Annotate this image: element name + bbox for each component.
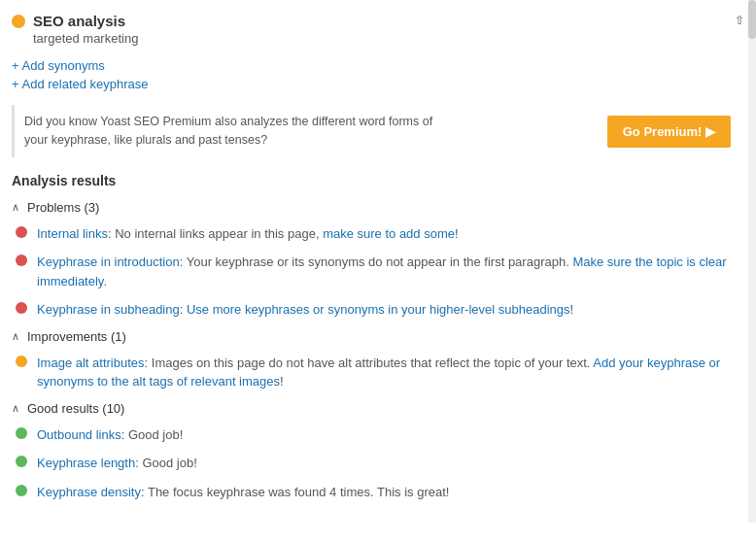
result-image-alt: Image alt attributes: Images on this pag… — [12, 354, 740, 391]
analysis-results-title: Analysis results — [12, 173, 740, 188]
scrollbar[interactable] — [748, 0, 756, 523]
panel-title: SEO analysis — [33, 12, 138, 31]
result-text-outbound-links: Outbound links: Good job! — [37, 425, 183, 445]
keyphrase-subheading-action[interactable]: Use more keyphrases or synonyms in your … — [187, 302, 570, 317]
red-dot-icon — [16, 302, 27, 314]
status-dot — [12, 15, 25, 28]
red-dot-icon — [16, 226, 27, 238]
result-text-internal-links: Internal links: No internal links appear… — [37, 224, 459, 244]
result-text-keyphrase-length: Keyphrase length: Good job! — [37, 454, 197, 473]
improvements-section-header[interactable]: ∧ Improvements (1) — [12, 329, 740, 344]
chevron-up-icon: ∧ — [12, 330, 19, 343]
internal-links-label[interactable]: Internal links — [37, 226, 108, 241]
problems-section: ∧ Problems (3) Internal links: No intern… — [12, 200, 740, 320]
good-results-section-title: Good results (10) — [27, 401, 124, 416]
keyphrase-subheading-label[interactable]: Keyphrase in subheading — [37, 302, 180, 317]
problems-section-title: Problems (3) — [27, 200, 99, 215]
collapse-button[interactable]: ⇧ — [735, 14, 744, 27]
internal-links-action[interactable]: make sure to add some — [323, 226, 455, 241]
add-synonyms-link[interactable]: + Add synonyms — [12, 58, 740, 73]
seo-analysis-panel: ⇧ SEO analysis targeted marketing + Add … — [0, 0, 756, 523]
result-outbound-links: Outbound links: Good job! — [12, 425, 740, 445]
red-dot-icon — [16, 254, 27, 266]
scrollbar-thumb[interactable] — [748, 0, 756, 39]
add-related-keyphrase-link[interactable]: + Add related keyphrase — [12, 77, 740, 91]
orange-dot-icon — [16, 356, 27, 367]
links-section: + Add synonyms + Add related keyphrase — [12, 58, 740, 91]
result-text-image-alt: Image alt attributes: Images on this pag… — [37, 354, 740, 391]
panel-header: SEO analysis targeted marketing — [12, 12, 740, 47]
premium-banner: Did you know Yoast SEO Premium also anal… — [12, 105, 740, 157]
go-premium-button[interactable]: Go Premium! ▶ — [607, 116, 731, 148]
result-keyphrase-subheading: Keyphrase in subheading: Use more keyphr… — [12, 300, 740, 320]
green-dot-icon — [16, 427, 27, 439]
green-dot-icon — [16, 456, 27, 467]
image-alt-label[interactable]: Image alt attributes — [37, 356, 145, 370]
improvements-section-title: Improvements (1) — [27, 329, 126, 344]
panel-subtitle: targeted marketing — [33, 31, 138, 48]
chevron-up-icon: ∧ — [12, 402, 19, 415]
keyphrase-length-label[interactable]: Keyphrase length — [37, 456, 135, 470]
problems-section-header[interactable]: ∧ Problems (3) — [12, 200, 740, 215]
improvements-section: ∧ Improvements (1) Image alt attributes:… — [12, 329, 740, 391]
result-keyphrase-intro: Keyphrase in introduction: Your keyphras… — [12, 253, 740, 290]
result-text-keyphrase-intro: Keyphrase in introduction: Your keyphras… — [37, 253, 740, 290]
result-internal-links: Internal links: No internal links appear… — [12, 224, 740, 244]
header-text: SEO analysis targeted marketing — [33, 12, 138, 47]
result-keyphrase-density: Keyphrase density: The focus keyphrase w… — [12, 483, 740, 502]
result-keyphrase-length: Keyphrase length: Good job! — [12, 454, 740, 473]
premium-text: Did you know Yoast SEO Premium also anal… — [24, 113, 452, 150]
good-results-section: ∧ Good results (10) Outbound links: Good… — [12, 401, 740, 502]
result-text-keyphrase-density: Keyphrase density: The focus keyphrase w… — [37, 483, 449, 502]
internal-links-text: : No internal links appear in this page, — [108, 226, 323, 241]
chevron-up-icon: ∧ — [12, 201, 19, 214]
keyphrase-intro-label[interactable]: Keyphrase in introduction — [37, 254, 180, 269]
outbound-links-label[interactable]: Outbound links — [37, 427, 121, 442]
result-text-keyphrase-subheading: Keyphrase in subheading: Use more keyphr… — [37, 300, 573, 320]
good-results-section-header[interactable]: ∧ Good results (10) — [12, 401, 740, 416]
keyphrase-density-label[interactable]: Keyphrase density — [37, 485, 141, 499]
green-dot-icon — [16, 485, 27, 496]
